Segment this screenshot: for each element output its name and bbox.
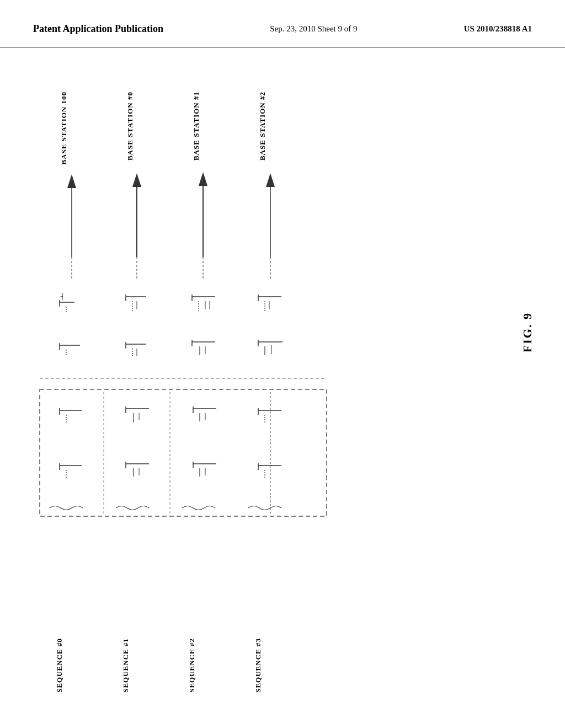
svg-marker-7 [199,172,207,186]
publication-title: Patent Application Publication [33,22,163,36]
svg-marker-4 [132,173,141,187]
diagram-area: BASE STATION 100 BASE STATION #0 BASE ST… [0,47,565,709]
svg-rect-44 [40,389,327,516]
publication-date-sheet: Sep. 23, 2010 Sheet 9 of 9 [270,22,357,34]
svg-marker-1 [67,174,76,188]
publication-number: US 2010/238818 A1 [464,22,532,34]
svg-text:┤: ┤ [60,292,65,301]
diagram-svg: ┤ [0,47,565,709]
page-header: Patent Application Publication Sep. 23, … [0,0,565,47]
svg-marker-10 [266,173,275,187]
